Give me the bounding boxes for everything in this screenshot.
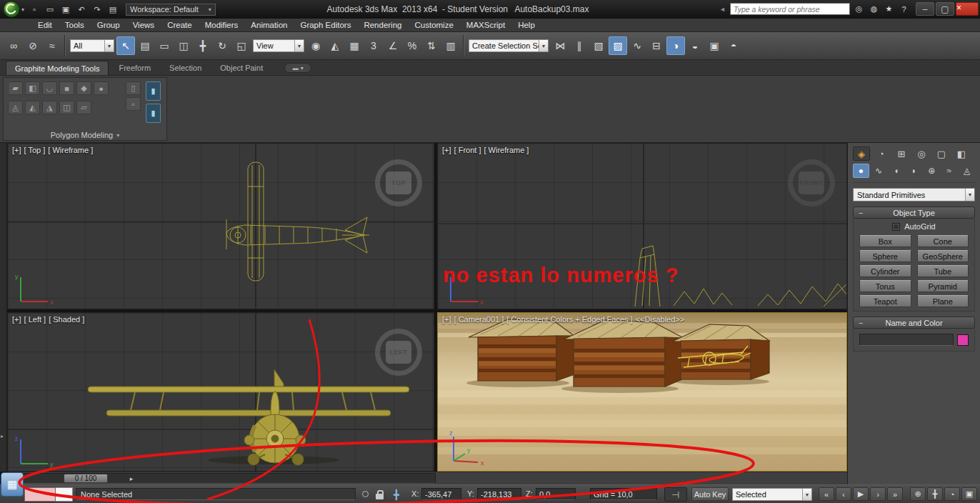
geometry-category[interactable]: ● [853,164,869,178]
tab-graphite-modeling-tools[interactable]: Graphite Modeling Tools [6,61,109,75]
viewport-menu-view[interactable]: [ Top ] [24,146,46,154]
utilities-tab[interactable]: ◧ [953,146,970,161]
polygon-tool-icon[interactable]: ▰ [8,81,23,95]
undo-icon[interactable]: ↶ [74,3,89,16]
menu-tools[interactable]: Tools [59,19,91,32]
polygon-tool-icon[interactable]: ◮ [42,101,57,114]
viewcube-face[interactable]: FRONT [799,171,824,194]
previous-frame-button[interactable]: ‹ [836,487,851,501]
viewport-menu-plus[interactable]: [+] [442,146,451,154]
menu-modifiers[interactable]: Modifiers [199,19,245,32]
menu-help[interactable]: Help [511,19,541,32]
viewport-menu-plus[interactable]: [+] [442,315,451,324]
viewport-camera[interactable]: [+] [ Camera001 ] [ Consistent Colors + … [437,312,847,472]
viewport-menu-view[interactable]: [ Left ] [24,315,46,324]
zoom-icon[interactable]: ⊕ [910,487,926,501]
ribbon-minimize-toggle[interactable]: ▬ ▾ [284,63,311,73]
y-coordinate-field[interactable]: -218,133 [477,488,521,500]
align-icon[interactable]: ∥ [570,36,589,55]
angle-snap-icon[interactable]: ∠ [384,36,402,55]
maxscript-macro-recorder[interactable] [24,487,56,502]
time-slider-next-arrow[interactable]: ▸ [126,474,136,483]
rectangular-selection-region-icon[interactable]: ▭ [155,36,174,55]
menu-views[interactable]: Views [126,19,161,32]
polygon-tool-icon[interactable]: ▯ [126,81,141,95]
tab-object-paint[interactable]: Object Paint [211,61,271,75]
viewcube[interactable]: FRONT [788,159,835,206]
tab-selection[interactable]: Selection [161,61,210,75]
viewcube-face[interactable]: TOP [386,171,411,194]
transform-typein-toggle[interactable]: ╋ [390,488,403,501]
systems-category[interactable]: ◬ [959,164,975,178]
orbit-view-icon[interactable]: ◔ [944,487,960,501]
create-tab[interactable]: ◈ [853,146,870,161]
rendered-frame-window-icon[interactable]: ▣ [705,36,724,55]
object-type-rollout-header[interactable]: − Object Type [853,206,975,219]
percent-snap-icon[interactable]: % [403,36,421,55]
select-and-manipulate-icon[interactable]: ◭ [326,36,344,55]
selection-filter-dropdown[interactable]: All [70,39,114,52]
key-selection-set-dropdown[interactable]: Selected [732,488,812,501]
object-name-field[interactable] [859,334,954,346]
unlink-selection-icon[interactable]: ⊘ [24,36,42,55]
polygon-tool-icon[interactable]: ◡ [42,81,57,95]
polygon-tool-icon[interactable]: ▫ [126,97,141,111]
time-slider-handle[interactable]: 0 / 100 [64,474,108,483]
viewport-menu-shading[interactable]: [ Wireframe ] [48,146,93,154]
project-workspace-icon[interactable]: ▤ [106,3,120,16]
polygon-tool-icon[interactable]: ■ [59,81,74,95]
tab-freeform[interactable]: Freeform [110,61,159,75]
pyramid-button[interactable]: Pyramid [917,280,969,292]
motion-tab[interactable]: ◎ [913,146,930,161]
selection-lock-toggle[interactable] [375,489,385,500]
menu-group[interactable]: Group [91,19,126,32]
workspace-dropdown[interactable]: Workspace: Default ▾ [126,4,216,16]
name-and-color-rollout-header[interactable]: − Name and Color [853,317,975,329]
infocenter-collapse-icon[interactable]: ◄ [719,6,726,13]
viewport-front[interactable]: [+] [ Front ] [ Wireframe ] FRONT z x [437,143,847,309]
cone-button[interactable]: Cone [917,235,969,247]
polygon-tool-icon[interactable]: ◧ [25,81,40,95]
plane-button[interactable]: Plane [917,295,969,307]
menu-create[interactable]: Create [161,19,199,32]
polygon-tool-icon[interactable]: ◬ [8,101,23,114]
polygon-tool-icon-tall[interactable]: ▮ [146,104,161,123]
auto-key-button[interactable]: Auto Key [691,487,729,501]
3dsmax-app-button[interactable] [3,1,20,18]
save-file-icon[interactable]: ▣ [59,3,73,16]
app-menu-caret-icon[interactable]: ▾ [21,6,24,13]
play-animation-button[interactable]: ▶ [853,487,869,501]
menu-graph-editors[interactable]: Graph Editors [294,19,357,32]
cameras-category[interactable]: ◗ [906,164,922,178]
new-scene-icon[interactable]: ▫ [27,3,41,16]
autogrid-checkbox[interactable] [892,223,900,231]
edit-named-selection-sets-icon[interactable]: ▥ [441,36,460,55]
polygon-modeling-label[interactable]: Polygon Modeling▾ [4,131,166,139]
viewport-menu-plus[interactable]: [+] [12,315,21,324]
select-and-move-icon[interactable]: ╋ [194,36,212,55]
render-production-icon[interactable]: ◓ [724,36,743,55]
keyboard-shortcut-override-icon[interactable]: ▦ [345,36,364,55]
geosphere-button[interactable]: GeoSphere [917,250,969,262]
bind-to-space-warp-icon[interactable]: ≈ [43,36,61,55]
select-and-scale-icon[interactable]: ◱ [232,36,251,55]
display-tab[interactable]: ▢ [933,146,950,161]
pan-view-icon[interactable]: ╋ [927,487,943,501]
window-crossing-toggle-icon[interactable]: ◫ [174,36,193,55]
named-selection-sets-dropdown[interactable]: Create Selection Se [469,39,549,52]
primitives-dropdown[interactable]: Standard Primitives [853,188,975,201]
graphite-modeling-toggle-icon[interactable]: ▨ [609,36,627,55]
hierarchy-tab[interactable]: ⊞ [893,146,910,161]
lights-category[interactable]: ◖ [888,164,904,178]
teapot-button[interactable]: Teapot [859,295,911,307]
minimize-button[interactable]: – [916,2,934,16]
polygon-tool-icon-tall[interactable]: ▮ [146,81,161,101]
polygon-tool-icon[interactable]: ◭ [25,101,40,114]
polygon-tool-icon[interactable]: ◆ [76,81,91,95]
polygon-tool-icon[interactable]: ▱ [76,101,91,114]
viewcube-face[interactable]: LEFT [386,341,411,364]
menu-rendering[interactable]: Rendering [357,19,408,32]
z-coordinate-field[interactable]: 0,0 [536,488,576,500]
tube-button[interactable]: Tube [917,265,969,277]
viewport-left[interactable]: [+] [ Left ] [ Shaded ] LEFT z y [7,312,434,472]
